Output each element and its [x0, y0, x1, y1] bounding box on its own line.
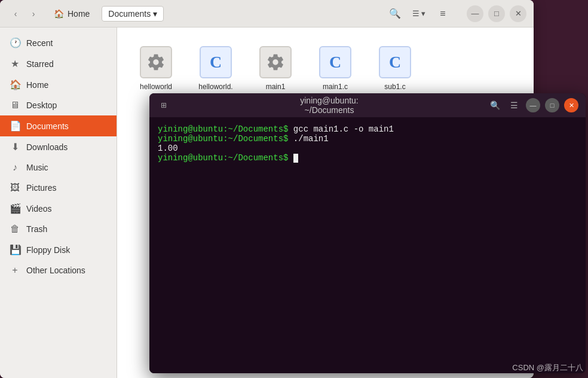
home-button[interactable]: 🏠 Home	[47, 7, 97, 21]
nav-arrows: ‹ ›	[7, 5, 42, 22]
floppy-icon: 💾	[10, 244, 20, 255]
sidebar-item-floppy[interactable]: 💾 Floppy Disk	[0, 239, 117, 260]
other-locations-icon: +	[10, 265, 20, 276]
menu-button[interactable]: ≡	[433, 4, 452, 23]
breadcrumb-arrow: ▾	[153, 9, 157, 19]
terminal-close-icon: ✕	[569, 102, 574, 109]
file-label-main1: main1	[266, 83, 286, 91]
trash-icon: 🗑	[10, 224, 20, 234]
home-sidebar-icon: 🏠	[10, 79, 20, 90]
sidebar-item-other-locations[interactable]: + Other Locations	[0, 260, 117, 281]
sidebar: 🕐 Recent ★ Starred 🏠 Home 🖥 Desktop 📄 Do…	[0, 28, 117, 378]
minimize-button[interactable]: —	[467, 5, 483, 22]
music-icon: ♪	[10, 162, 20, 173]
breadcrumb-button[interactable]: Documents ▾	[102, 6, 164, 22]
terminal-close-button[interactable]: ✕	[564, 98, 578, 112]
sidebar-label-music: Music	[26, 163, 48, 172]
starred-icon: ★	[10, 58, 20, 69]
terminal-prompt-3: yining@ubuntu:~/Documents$	[158, 153, 288, 163]
close-icon: ✕	[515, 9, 522, 18]
sidebar-item-music[interactable]: ♪ Music	[0, 157, 117, 178]
maximize-icon: □	[494, 9, 499, 18]
sidebar-label-trash: Trash	[26, 224, 47, 234]
home-label: Home	[68, 9, 90, 19]
terminal-line-4: yining@ubuntu:~/Documents$	[158, 153, 577, 163]
sidebar-item-pictures[interactable]: 🖼 Pictures	[0, 178, 117, 198]
back-button[interactable]: ‹	[7, 5, 24, 22]
file-icon-helloworld	[139, 45, 173, 79]
terminal-cursor	[293, 154, 298, 163]
sidebar-item-downloads[interactable]: ⬇ Downloads	[0, 136, 117, 157]
search-button[interactable]: 🔍	[385, 4, 405, 23]
terminal-maximize-icon: □	[550, 102, 555, 109]
sidebar-label-home: Home	[26, 80, 48, 90]
sidebar-label-videos: Videos	[26, 204, 52, 214]
terminal-title: yining@ubuntu: ~/Documents	[280, 96, 379, 115]
gear-svg-main1	[266, 53, 285, 72]
videos-icon: 🎬	[10, 203, 20, 214]
sidebar-item-desktop[interactable]: 🖥 Desktop	[0, 95, 117, 115]
terminal-search-button[interactable]: 🔍	[488, 98, 502, 112]
terminal-app-icon: ⊞	[157, 98, 171, 112]
terminal-menu-icon: ☰	[510, 100, 518, 110]
sidebar-label-other-locations: Other Locations	[26, 266, 85, 275]
sidebar-label-starred: Starred	[26, 59, 54, 69]
sidebar-label-desktop: Desktop	[26, 100, 57, 110]
terminal-minimize-button[interactable]: —	[526, 98, 540, 112]
sidebar-item-trash[interactable]: 🗑 Trash	[0, 219, 117, 239]
desktop-icon: 🖥	[10, 100, 20, 111]
close-button[interactable]: ✕	[510, 5, 526, 22]
list-icon: ☰ ▾	[412, 9, 426, 18]
search-icon: 🔍	[389, 8, 401, 19]
terminal-prompt-2: yining@ubuntu:~/Documents$	[158, 134, 288, 144]
sidebar-item-recent[interactable]: 🕐 Recent	[0, 32, 117, 53]
sidebar-label-floppy: Floppy Disk	[26, 245, 70, 255]
forward-button[interactable]: ›	[25, 5, 42, 22]
sidebar-item-starred[interactable]: ★ Starred	[0, 53, 117, 74]
terminal-line-1: yining@ubuntu:~/Documents$ gcc main1.c -…	[158, 124, 577, 134]
terminal-body[interactable]: yining@ubuntu:~/Documents$ gcc main1.c -…	[149, 117, 586, 373]
sidebar-item-home[interactable]: 🏠 Home	[0, 74, 117, 95]
downloads-icon: ⬇	[10, 141, 20, 153]
breadcrumb-label: Documents	[108, 9, 151, 19]
terminal-line-3: 1.00	[158, 144, 577, 153]
sidebar-label-downloads: Downloads	[26, 142, 68, 152]
file-icon-main1	[259, 45, 292, 79]
menu-icon: ≡	[440, 8, 445, 19]
terminal-output-1: 1.00	[158, 144, 178, 153]
terminal-cmd-1: gcc main1.c -o main1	[293, 124, 394, 134]
sidebar-item-documents[interactable]: 📄 Documents	[0, 115, 117, 136]
sidebar-item-videos[interactable]: 🎬 Videos	[0, 198, 117, 219]
gear-svg-helloworld	[146, 53, 166, 72]
file-icon-sub1c: C	[378, 45, 412, 79]
terminal-prompt-1: yining@ubuntu:~/Documents$	[158, 124, 288, 134]
terminal-maximize-button[interactable]: □	[545, 98, 559, 112]
file-manager-titlebar: ‹ › 🏠 Home Documents ▾ 🔍 ☰ ▾ ≡ — □ ✕	[0, 0, 534, 28]
terminal-minimize-icon: —	[530, 102, 537, 109]
sidebar-label-pictures: Pictures	[26, 183, 57, 193]
file-label-sub1c: sub1.c	[384, 83, 405, 91]
pictures-icon: 🖼	[10, 182, 20, 193]
terminal-line-2: yining@ubuntu:~/Documents$ ./main1	[158, 134, 577, 144]
minimize-icon: —	[471, 9, 479, 18]
documents-icon: 📄	[10, 120, 20, 132]
view-list-button[interactable]: ☰ ▾	[409, 4, 428, 23]
terminal-menu-button[interactable]: ☰	[507, 98, 521, 112]
terminal-titlebar: ⊞ yining@ubuntu: ~/Documents 🔍 ☰ — □ ✕	[149, 93, 586, 117]
recent-icon: 🕐	[10, 37, 20, 48]
maximize-button[interactable]: □	[488, 5, 505, 22]
home-icon: 🏠	[54, 9, 64, 19]
terminal-cmd-2: ./main1	[293, 134, 329, 144]
sidebar-label-documents: Documents	[26, 121, 69, 131]
terminal-search-icon: 🔍	[490, 100, 500, 110]
sidebar-label-recent: Recent	[26, 38, 53, 48]
watermark: CSDN @露月二十八	[512, 362, 583, 373]
terminal-window: ⊞ yining@ubuntu: ~/Documents 🔍 ☰ — □ ✕ y…	[149, 93, 586, 373]
file-icon-helloworldc: C	[199, 45, 232, 79]
file-label-helloworld: helloworld	[140, 83, 172, 91]
file-label-main1c: main1.c	[323, 83, 348, 91]
file-icon-main1c: C	[318, 45, 352, 79]
